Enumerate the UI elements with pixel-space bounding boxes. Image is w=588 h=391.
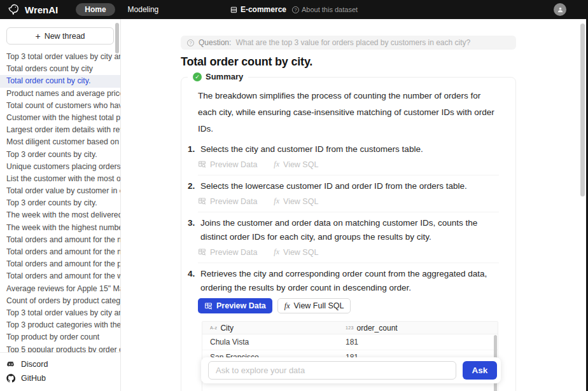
step-1: 1. Selects the city and customer ID from… [198, 139, 499, 175]
view-sql-button[interactable]: fx View SQL [274, 160, 318, 169]
thread-item[interactable]: Customer with the highest total p... [0, 112, 120, 124]
table-header: A-z City 123 order_count [202, 322, 498, 334]
main-scrollbar-thumb[interactable] [580, 24, 585, 196]
thread-item[interactable]: Total orders and amount for the m... [0, 234, 120, 246]
thread-item[interactable]: Top 3 total order values by city an... [0, 307, 120, 319]
fx-icon: fx [284, 301, 290, 311]
number-type-icon: 123 [346, 326, 354, 330]
thread-item[interactable]: Top 3 order counts by city. [0, 149, 120, 161]
dataset-info: E-commerce ? About this dataset [230, 5, 358, 14]
preview-data-button-active[interactable]: Preview Data [198, 298, 272, 313]
thread-item[interactable]: Count of orders by product categ... [0, 295, 120, 307]
step-3: 3. Joins the customer and order data on … [198, 212, 499, 263]
app-window: WrenAI Home Modeling E-commerce ? About … [0, 0, 588, 391]
summary-text: The breakdown simplifies the process of … [198, 88, 499, 137]
nav-item-modeling[interactable]: Modeling [122, 3, 165, 16]
table-search-icon [198, 248, 206, 256]
view-sql-button[interactable]: fx View SQL [274, 196, 318, 206]
thread-item[interactable]: Largest order item details with rev... [0, 124, 120, 136]
thread-item[interactable]: Total orders and amount for the w... [0, 270, 120, 282]
thread-item[interactable]: Top 5 popular products by order c... [0, 344, 120, 353]
fx-icon: fx [274, 160, 279, 169]
nav-item-home[interactable]: Home [76, 3, 115, 16]
answer-content: ? Question: What are the top 3 value for… [181, 36, 516, 391]
fx-icon: fx [274, 247, 279, 257]
thread-item[interactable]: Average reviews for Apple 15" Ma... [0, 283, 120, 295]
check-circle-icon: ✓ [193, 72, 202, 81]
question-circle-icon: ? [292, 6, 299, 13]
ask-input[interactable] [208, 361, 456, 380]
thread-item[interactable]: Total order value by customer in e... [0, 185, 120, 197]
user-avatar[interactable] [554, 3, 566, 16]
thread-item-active[interactable]: Total order count by city. [0, 75, 120, 87]
question-circle-icon: ? [187, 39, 194, 46]
step-text: Retrieves the city and corresponding ord… [200, 267, 499, 295]
preview-data-button[interactable]: Preview Data [198, 160, 257, 169]
thread-list: Top 3 total order values by city an... T… [0, 50, 120, 352]
about-dataset-link[interactable]: ? About this dataset [292, 6, 358, 13]
thread-item[interactable]: The week with the most delivered ... [0, 209, 120, 221]
thread-item[interactable]: Total orders and amount for the m... [0, 246, 120, 258]
step-number: 2. [188, 179, 197, 193]
person-icon [557, 6, 564, 13]
thread-item[interactable]: Unique customers placing orders ... [0, 161, 120, 173]
step-number: 1. [188, 142, 197, 156]
question-text: What are the top 3 value for orders plac… [235, 38, 470, 47]
preview-data-button[interactable]: Preview Data [198, 197, 257, 206]
thread-item[interactable]: Most diligent customer based on t... [0, 136, 120, 148]
view-full-sql-button[interactable]: fx View Full SQL [277, 298, 351, 313]
thread-item[interactable]: Top 3 product categories with the ... [0, 319, 120, 331]
question-label: Question: [199, 38, 231, 47]
brand-name: WrenAI [25, 4, 58, 15]
table-search-icon [198, 197, 206, 205]
thread-item[interactable]: Top 3 order counts by city. [0, 197, 120, 209]
step-number: 4. [188, 267, 197, 295]
ask-button[interactable]: Ask [463, 361, 497, 380]
ask-bar: Ask [201, 357, 501, 383]
column-header-city: A-z City [202, 324, 346, 333]
main-nav: Home Modeling [76, 3, 165, 16]
thread-item[interactable]: The week with the highest numbe... [0, 222, 120, 234]
top-navbar: WrenAI Home Modeling E-commerce ? About … [0, 0, 588, 19]
brand-logo[interactable]: WrenAI [8, 3, 58, 16]
database-icon [230, 6, 237, 13]
count-cell: 181 [346, 338, 498, 346]
dataset-name: E-commerce [230, 5, 286, 14]
sidebar-footer: Discord GitHub [0, 352, 120, 391]
step-2: 2. Selects the lowercase customer ID and… [198, 175, 499, 212]
step-text: Joins the customer and order data on mat… [200, 216, 499, 244]
table-search-icon [204, 302, 213, 310]
summary-header: ✓ Summary [188, 72, 248, 81]
thread-item[interactable]: Total orders count by city [0, 63, 120, 75]
table-search-icon [198, 160, 206, 168]
fx-icon: fx [274, 196, 279, 206]
thread-item[interactable]: List the customer with the most or... [0, 173, 120, 185]
sidebar-scrollbar-thumb[interactable] [115, 23, 119, 53]
discord-icon [6, 360, 15, 369]
text-type-icon: A-z [210, 326, 217, 330]
question-banner: ? Question: What are the top 3 value for… [181, 36, 516, 50]
step-text: Selects the city and customer ID from th… [200, 142, 423, 156]
thread-item[interactable]: Top product by order count [0, 331, 120, 343]
main-panel: ? Question: What are the top 3 value for… [121, 19, 588, 391]
threads-sidebar: + New thread Top 3 total order values by… [0, 19, 121, 391]
step-number: 3. [188, 216, 197, 244]
thread-item[interactable]: Top 3 total order values by city an... [0, 51, 120, 63]
column-header-order-count: 123 order_count [346, 324, 498, 333]
summary-label: Summary [206, 72, 243, 81]
new-thread-button[interactable]: + New thread [6, 27, 114, 45]
plus-icon: + [35, 32, 40, 41]
thread-item[interactable]: Product names and average price... [0, 88, 120, 100]
github-link[interactable]: GitHub [0, 371, 120, 385]
github-icon [6, 374, 15, 383]
page-title: Total order count by city. [181, 55, 516, 69]
summary-section: ✓ Summary The breakdown simplifies the p… [181, 77, 516, 391]
thread-item[interactable]: Total count of customers who hav... [0, 100, 120, 112]
thread-item[interactable]: Total orders and amount for the pr... [0, 258, 120, 270]
city-cell: Chula Vista [202, 338, 346, 346]
discord-link[interactable]: Discord [0, 357, 120, 371]
view-sql-button[interactable]: fx View SQL [274, 247, 318, 257]
preview-data-button[interactable]: Preview Data [198, 248, 257, 257]
table-row: Chula Vista 181 [202, 334, 498, 350]
step-text: Selects the lowercase customer ID and or… [200, 179, 467, 193]
